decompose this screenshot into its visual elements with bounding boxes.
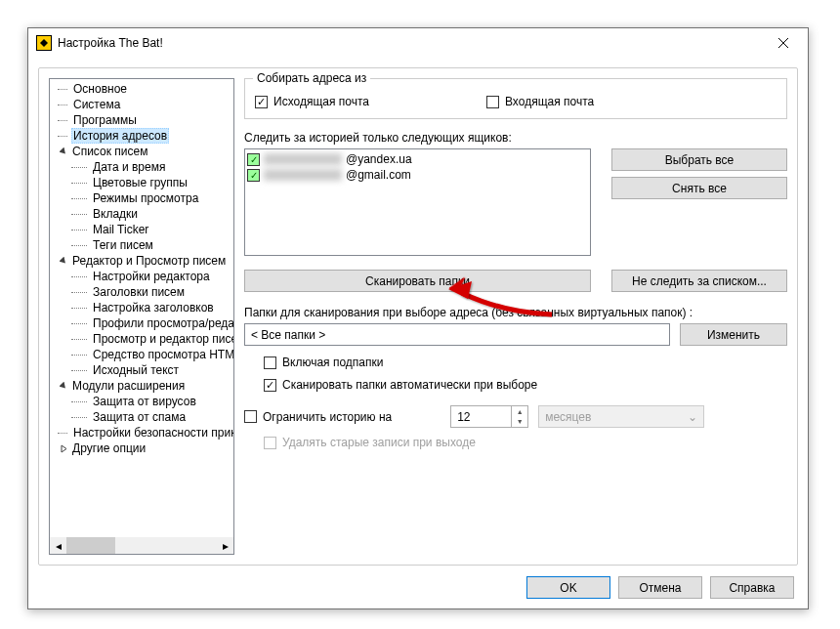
tree-label: Mail Ticker [91,223,150,236]
close-button[interactable] [761,28,806,58]
tree-item[interactable]: Система [50,97,233,112]
tree-label: Другие опции [70,441,147,455]
scroll-left-icon[interactable]: ◂ [50,537,66,554]
mailbox-user-redacted: xxxxxx [264,169,342,181]
spinner-down-icon[interactable]: ▼ [512,417,527,428]
nav-tree[interactable]: ОсновноеСистемаПрограммыИстория адресовС… [49,78,234,555]
tree-item[interactable]: Заголовки писем [50,284,233,300]
mailbox-user-redacted: xxxxxx [264,153,342,165]
tree-item[interactable]: Вкладки [50,206,233,222]
incoming-checkbox[interactable]: Входящая почта [486,95,594,108]
checkbox-icon [264,356,276,369]
tree-label: Настройки редактора [91,270,212,283]
spinner-up-icon[interactable]: ▲ [512,406,527,417]
tree-connector-icon [58,112,71,128]
tree-connector-icon [71,175,91,190]
auto-scan-checkbox[interactable]: Сканировать папки автоматически при выбо… [264,378,537,392]
select-all-button[interactable]: Выбрать все [611,148,787,171]
tree-scrollbar-horizontal[interactable]: ◂ ▸ [50,537,233,554]
checkbox-icon [264,437,276,449]
tree-item[interactable]: Цветовые группы [50,175,233,190]
scan-folders-button[interactable]: Сканировать папки [244,270,591,292]
tree-label: Теги писем [91,238,155,252]
folders-value: < Все папки > [251,328,325,342]
tree-item[interactable]: Другие опции [50,440,233,456]
checkbox-checked-icon[interactable] [247,169,260,182]
tree-label: Программы [71,113,139,127]
folders-input[interactable]: < Все папки > [244,323,670,346]
tree-label: Настройка заголовков [91,301,216,314]
mailbox-list[interactable]: xxxxxx @yandex.ua xxxxxx @gmail.com [244,148,591,256]
tree-item[interactable]: Модули расширения [50,378,233,394]
tree-label: Основное [71,82,129,96]
tree-item[interactable]: Просмотр и редактор писе [50,331,233,347]
change-button[interactable]: Изменить [680,323,787,346]
tree-connector-icon [71,394,91,409]
mailbox-item[interactable]: xxxxxx @gmail.com [247,167,588,183]
tree-item[interactable]: Теги писем [50,237,233,253]
include-subfolders-checkbox[interactable]: Включая подпапки [264,356,383,369]
tree-item[interactable]: Дата и время [50,159,233,175]
tree-item[interactable]: Настройка заголовков [50,300,233,315]
dont-follow-button[interactable]: Не следить за списком... [611,270,787,292]
tree-connector-icon [71,331,91,347]
tree-item[interactable]: Список писем [50,144,233,159]
tree-item[interactable]: Средство просмотра HTML [50,347,233,362]
tree-item[interactable]: Профили просмотра/редактирования [50,315,233,331]
expander-open-icon[interactable] [58,380,69,392]
tree-label: Просмотр и редактор писе [91,332,234,346]
tree-connector-icon [71,347,91,362]
tree-label: Профили просмотра/редактирования [91,316,234,330]
tree-label: Исходный текст [91,363,181,377]
limit-spinner[interactable]: 12 ▲▼ [450,405,528,428]
tree-label: Дата и время [91,160,167,174]
tree-item[interactable]: Исходный текст [50,362,233,378]
collect-group: Собирать адреса из Исходящая почта Входя… [244,78,787,119]
mailbox-suffix: @yandex.ua [346,152,412,166]
dialog-footer: OK Отмена Справка [526,576,794,599]
tree-connector-icon [58,128,71,144]
main-panel: ОсновноеСистемаПрограммыИстория адресовС… [38,67,798,566]
scroll-thumb[interactable] [66,537,115,554]
collect-title: Собирать адреса из [253,71,370,85]
tree-item[interactable]: Редактор и Просмотр писем [50,253,233,269]
tree-connector-icon [71,315,91,331]
tree-item[interactable]: Режимы просмотра [50,190,233,206]
deselect-all-button[interactable]: Снять все [611,177,787,199]
limit-history-checkbox[interactable]: Ограничить историю на [244,410,392,424]
scroll-right-icon[interactable]: ▸ [217,537,233,554]
checkbox-checked-icon[interactable] [247,153,260,166]
expander-closed-icon[interactable] [58,442,69,454]
expander-open-icon[interactable] [58,255,69,267]
tree-item[interactable]: Настройки редактора [50,269,233,284]
tree-connector-icon [71,222,91,237]
delete-old-checkbox: Удалять старые записи при выходе [264,436,476,449]
tree-item[interactable]: Защита от спама [50,409,233,425]
tree-item[interactable]: Основное [50,81,233,97]
help-button[interactable]: Справка [710,576,794,599]
tree-item[interactable]: Защита от вирусов [50,394,233,409]
settings-dialog: Настройка The Bat! ОсновноеСистемаПрогра… [27,27,809,609]
tree-item[interactable]: Настройки безопасности прик [50,425,233,440]
expander-open-icon[interactable] [58,146,69,157]
tree-item[interactable]: Mail Ticker [50,222,233,237]
mailbox-item[interactable]: xxxxxx @yandex.ua [247,151,588,167]
incoming-label: Входящая почта [505,95,594,108]
tree-item[interactable]: Программы [50,112,233,128]
cancel-button[interactable]: Отмена [618,576,702,599]
tree-connector-icon [71,409,91,425]
outgoing-checkbox[interactable]: Исходящая почта [255,95,369,108]
tree-label: Защита от вирусов [91,395,198,408]
window-title: Настройка The Bat! [58,36,761,50]
tree-label: Средство просмотра HTML [91,348,234,361]
mailbox-list-label: Следить за историей только следующих ящи… [244,131,787,145]
tree-connector-icon [71,269,91,284]
outgoing-label: Исходящая почта [273,95,369,108]
tree-label: История адресов [71,128,169,144]
tree-connector-icon [71,300,91,315]
tree-label: Режимы просмотра [91,191,200,205]
tree-connector-icon [71,237,91,253]
ok-button[interactable]: OK [526,576,610,599]
tree-item[interactable]: История адресов [50,128,233,144]
mailbox-suffix: @gmail.com [346,168,411,182]
